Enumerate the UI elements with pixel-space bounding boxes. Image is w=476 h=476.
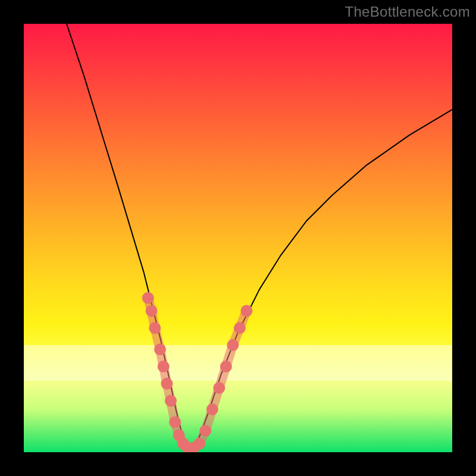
highlight-dot <box>234 322 246 334</box>
watermark-text: TheBottleneck.com <box>345 4 470 20</box>
highlight-dot <box>240 305 252 317</box>
highlight-dot <box>169 416 181 428</box>
highlight-dot <box>146 305 158 317</box>
highlight-dot <box>142 292 154 304</box>
highlight-dot <box>161 378 173 390</box>
highlight-dot <box>206 403 218 415</box>
highlight-dots <box>24 24 452 452</box>
highlight-dot <box>154 343 166 355</box>
highlight-dot <box>227 339 239 351</box>
highlight-dot <box>220 361 232 372</box>
highlight-dot <box>158 361 170 372</box>
highlight-dot <box>199 425 211 437</box>
highlight-dot <box>193 438 205 450</box>
highlight-dot <box>165 395 177 407</box>
plot-area <box>24 24 452 452</box>
highlight-dot <box>149 322 161 334</box>
chart-frame: TheBottleneck.com <box>0 0 476 476</box>
highlight-dot <box>213 382 225 394</box>
